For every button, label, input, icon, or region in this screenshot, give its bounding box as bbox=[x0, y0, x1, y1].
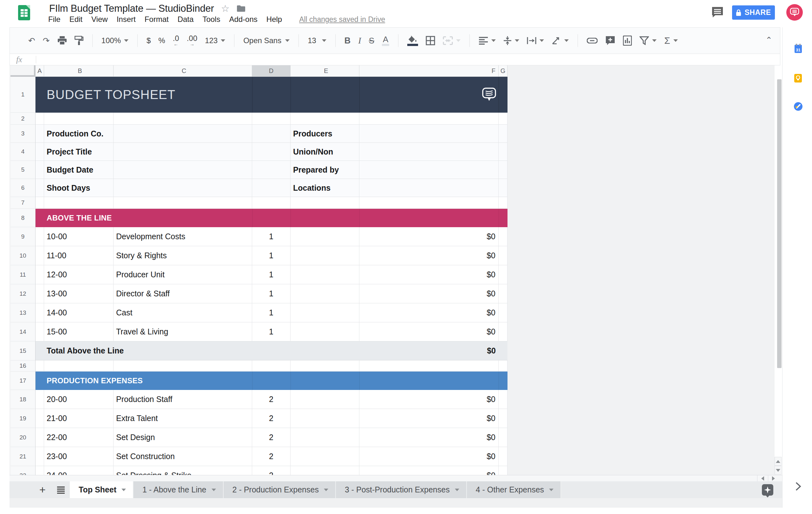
all-sheets-button[interactable] bbox=[52, 481, 70, 498]
cell-page[interactable]: 1 bbox=[252, 246, 291, 265]
menu-format[interactable]: Format bbox=[145, 15, 169, 24]
column-header-a[interactable]: A bbox=[35, 65, 44, 77]
row-header[interactable]: 9 bbox=[10, 227, 35, 246]
add-sheet-button[interactable]: + bbox=[33, 481, 52, 498]
cell-amount[interactable]: $0 bbox=[359, 409, 499, 428]
cell[interactable] bbox=[35, 447, 44, 466]
cell[interactable] bbox=[44, 361, 114, 372]
cell-account-code[interactable]: 20-00 bbox=[44, 390, 114, 409]
print-button[interactable] bbox=[54, 32, 71, 50]
cell[interactable] bbox=[499, 227, 508, 246]
studiobinder-avatar[interactable] bbox=[786, 4, 803, 21]
cell-account-code[interactable]: 21-00 bbox=[44, 409, 114, 428]
comments-icon[interactable] bbox=[712, 6, 724, 19]
row-header[interactable]: 6 bbox=[10, 179, 35, 197]
cell[interactable] bbox=[499, 409, 508, 428]
cell-category[interactable]: Set Dressing & Strike bbox=[114, 466, 252, 475]
cell[interactable] bbox=[35, 409, 44, 428]
cell[interactable] bbox=[35, 125, 44, 143]
cell-page[interactable]: 1 bbox=[252, 322, 291, 341]
cell[interactable] bbox=[44, 113, 114, 125]
cell[interactable] bbox=[35, 113, 44, 125]
insert-comment-button[interactable] bbox=[601, 32, 619, 50]
cell[interactable] bbox=[35, 428, 44, 447]
explore-button[interactable] bbox=[762, 484, 773, 499]
cell[interactable] bbox=[35, 265, 44, 284]
increase-decimal-button[interactable]: .00→ bbox=[183, 32, 201, 50]
bold-button[interactable]: B bbox=[341, 32, 355, 50]
cell[interactable] bbox=[252, 179, 291, 197]
decrease-decimal-button[interactable]: .0← bbox=[169, 32, 183, 50]
cell-page[interactable]: 2 bbox=[252, 447, 291, 466]
cell-page[interactable]: 1 bbox=[252, 265, 291, 284]
row-header[interactable]: 4 bbox=[10, 143, 35, 161]
row-header[interactable]: 20 bbox=[10, 428, 35, 447]
cell[interactable] bbox=[499, 143, 508, 161]
cell[interactable] bbox=[35, 179, 44, 197]
fill-color-button[interactable] bbox=[403, 32, 422, 50]
cell[interactable] bbox=[499, 390, 508, 409]
vertical-scrollbar-thumb[interactable] bbox=[777, 79, 782, 368]
cell-category[interactable]: Development Costs bbox=[114, 227, 252, 246]
cell[interactable] bbox=[44, 197, 114, 209]
comment-bubble-icon[interactable] bbox=[482, 88, 496, 103]
cell[interactable] bbox=[499, 447, 508, 466]
cell[interactable] bbox=[114, 197, 252, 209]
cell-account-code[interactable]: 22-00 bbox=[44, 428, 114, 447]
cell[interactable] bbox=[35, 227, 44, 246]
cell[interactable] bbox=[359, 161, 499, 179]
cell-account-code[interactable]: 14-00 bbox=[44, 303, 114, 322]
row-header[interactable]: 12 bbox=[10, 284, 35, 303]
cell[interactable] bbox=[114, 125, 252, 143]
tab-above-the-line[interactable]: 1 - Above the Line bbox=[134, 481, 224, 498]
formula-bar[interactable]: fx bbox=[9, 54, 780, 65]
total-above-the-line[interactable]: Total Above the Line $0 bbox=[35, 341, 508, 361]
collapse-toolbar-icon[interactable]: ⌃ bbox=[765, 35, 772, 45]
row-header[interactable]: 14 bbox=[10, 322, 35, 341]
cell[interactable] bbox=[291, 466, 359, 475]
cell[interactable] bbox=[359, 361, 499, 372]
text-rotation-button[interactable] bbox=[548, 32, 573, 50]
row-header[interactable]: 8 bbox=[10, 209, 35, 227]
cell-page[interactable]: 1 bbox=[252, 284, 291, 303]
row-header[interactable]: 18 bbox=[10, 390, 35, 409]
cell-page[interactable]: 2 bbox=[252, 409, 291, 428]
cell[interactable] bbox=[35, 246, 44, 265]
cell-account-code[interactable]: 15-00 bbox=[44, 322, 114, 341]
cell-category[interactable]: Director & Staff bbox=[114, 284, 252, 303]
menu-view[interactable]: View bbox=[91, 15, 108, 24]
cell-amount[interactable]: $0 bbox=[359, 447, 499, 466]
cell[interactable] bbox=[291, 390, 359, 409]
cell[interactable] bbox=[499, 125, 508, 143]
cell-label[interactable]: Production Co. bbox=[44, 125, 114, 143]
cell-category[interactable]: Producer Unit bbox=[114, 265, 252, 284]
column-header-f[interactable]: F bbox=[359, 65, 499, 77]
tasks-icon[interactable] bbox=[794, 102, 803, 111]
row-header[interactable]: 11 bbox=[10, 265, 35, 284]
tab-top-sheet[interactable]: Top Sheet bbox=[70, 481, 133, 498]
cell[interactable] bbox=[252, 125, 291, 143]
text-wrap-button[interactable] bbox=[523, 32, 548, 50]
cell-page[interactable]: 2 bbox=[252, 390, 291, 409]
cell-amount[interactable]: $0 bbox=[359, 390, 499, 409]
cell[interactable] bbox=[359, 143, 499, 161]
cell-category[interactable]: Set Design bbox=[114, 428, 252, 447]
row-header[interactable]: 5 bbox=[10, 161, 35, 179]
cell[interactable] bbox=[291, 428, 359, 447]
cell-account-code[interactable]: 24-00 bbox=[44, 466, 114, 475]
cell[interactable] bbox=[291, 409, 359, 428]
redo-button[interactable]: ↷ bbox=[39, 32, 54, 50]
row-header[interactable]: 21 bbox=[10, 447, 35, 466]
row-header[interactable]: 2 bbox=[10, 113, 35, 125]
cell-account-code[interactable]: 11-00 bbox=[44, 246, 114, 265]
calendar-icon[interactable]: 31 bbox=[794, 45, 802, 53]
column-header-e[interactable]: E bbox=[291, 65, 359, 77]
cell[interactable] bbox=[499, 466, 508, 475]
format-currency-button[interactable]: $ bbox=[143, 32, 154, 50]
vertical-align-button[interactable] bbox=[499, 32, 523, 50]
cell-amount[interactable]: $0 bbox=[359, 322, 499, 341]
cell[interactable] bbox=[291, 303, 359, 322]
horizontal-align-button[interactable] bbox=[475, 32, 499, 50]
cell[interactable] bbox=[114, 161, 252, 179]
cell-label[interactable]: Project Title bbox=[44, 143, 114, 161]
